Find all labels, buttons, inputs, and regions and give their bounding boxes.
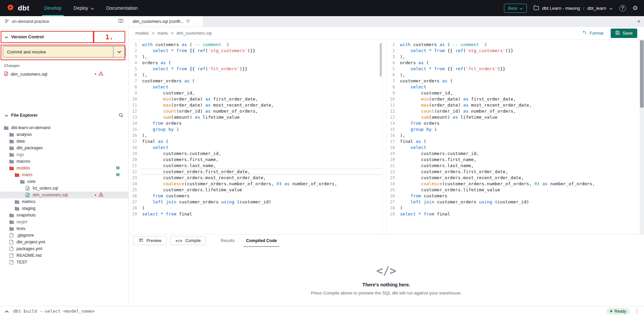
code-line-10[interactable]: 10 min(order_date) as first_order_date,: [386, 96, 640, 102]
tree-item-.gitignore[interactable]: .gitignore: [0, 232, 128, 239]
code-line-6[interactable]: 6),: [129, 72, 382, 78]
code-line-28[interactable]: 28): [386, 205, 640, 211]
docs-book-icon[interactable]: [118, 18, 124, 24]
command-input[interactable]: dbt build --select <model_name>: [13, 309, 95, 314]
tree-item-data[interactable]: data: [0, 138, 128, 145]
tree-item-dim_customers.sql[interactable]: dim_customers.sql•: [0, 192, 128, 198]
code-line-18[interactable]: 18 select: [129, 145, 382, 151]
commit-and-resolve-button[interactable]: Commit and resolve: [3, 46, 126, 57]
code-line-23[interactable]: 23 customer_orders.most_recent_order_dat…: [129, 175, 382, 181]
editor-scrollbar-thumb[interactable]: [640, 40, 644, 108]
code-line-13[interactable]: 13 sum(amount) as lifetime_value: [129, 114, 382, 120]
pane-divider[interactable]: [382, 40, 386, 234]
code-line-16[interactable]: 16),: [129, 132, 382, 139]
tree-item-metrics[interactable]: metrics: [0, 198, 128, 205]
tree-item-fct_orders.sql[interactable]: fct_orders.sql: [0, 185, 128, 192]
code-line-17[interactable]: 17final as (: [386, 139, 640, 145]
code-line-6[interactable]: 6),: [386, 72, 640, 78]
editor-scrollbar-track[interactable]: [640, 40, 644, 234]
nav-item-deploy[interactable]: Deploy: [68, 0, 100, 16]
code-line-21[interactable]: 21 customers.last_name,: [386, 163, 640, 169]
code-line-17[interactable]: 17final as (: [129, 139, 382, 145]
tree-item-models[interactable]: modelsM: [0, 165, 128, 171]
account-switcher[interactable]: dbt Learn - mwong / dbt_learn: [534, 5, 613, 11]
code-line-19[interactable]: 19 customers.customer_id,: [129, 151, 382, 157]
dbt-logo[interactable]: dbt: [0, 3, 38, 13]
search-icon[interactable]: [118, 113, 124, 118]
code-line-5[interactable]: 5 select * from {{ ref('fct_orders')}}: [386, 66, 640, 72]
code-line-12[interactable]: 12 count(order_id) as number_of_orders,: [129, 108, 382, 114]
left-pane-scrollbar[interactable]: [380, 43, 382, 77]
code-line-2[interactable]: 2 select * from {{ ref('stg_customers')}…: [129, 48, 382, 54]
breadcrumb-item[interactable]: dim_customers.sql: [176, 31, 211, 36]
beta-button[interactable]: Beta: [504, 4, 527, 13]
code-line-29[interactable]: 29select * from final: [386, 211, 640, 217]
code-pane-right[interactable]: 1with customers as ( -- comment 22 selec…: [386, 40, 640, 234]
tree-item-README.md[interactable]: README.md: [0, 252, 128, 259]
breadcrumb-item[interactable]: models: [135, 31, 149, 36]
code-line-25[interactable]: 25 customer_orders.lifetime_value: [386, 187, 640, 193]
preview-button[interactable]: Preview: [133, 236, 167, 245]
code-line-22[interactable]: 22 customer_orders.first_order_date,: [129, 169, 382, 175]
tree-item-target[interactable]: target: [0, 219, 128, 225]
breadcrumb-item[interactable]: marts: [158, 31, 168, 36]
tree-item-dbt-learn-on-demand[interactable]: dbt-learn-on-demand: [0, 124, 128, 131]
code-line-24[interactable]: 24 coalesce(customer_orders.number_of_or…: [386, 181, 640, 187]
code-line-9[interactable]: 9 customer_id,: [386, 90, 640, 96]
code-line-3[interactable]: 3),: [386, 54, 640, 60]
code-line-9[interactable]: 9 customer_id,: [129, 90, 382, 96]
code-line-16[interactable]: 16),: [386, 132, 640, 139]
code-line-19[interactable]: 19 customers.customer_id,: [386, 151, 640, 157]
code-line-11[interactable]: 11 max(order_date) as most_recent_order_…: [129, 102, 382, 108]
tab-results[interactable]: Results: [215, 235, 240, 247]
tree-item-dbt_packages[interactable]: dbt_packages: [0, 145, 128, 151]
code-line-14[interactable]: 14 from orders: [386, 120, 640, 126]
code-line-15[interactable]: 15 group by 1: [386, 126, 640, 132]
nav-item-documentation[interactable]: Documentation: [100, 0, 144, 16]
tree-item-tests[interactable]: tests: [0, 225, 128, 232]
code-line-18[interactable]: 18 select: [386, 145, 640, 151]
tree-item-packages.yml[interactable]: packages.yml: [0, 245, 128, 252]
code-line-23[interactable]: 23 customer_orders.most_recent_order_dat…: [386, 175, 640, 181]
code-line-10[interactable]: 10 min(order_date) as first_order_date,: [129, 96, 382, 102]
code-line-28[interactable]: 28): [129, 205, 382, 211]
nav-item-develop[interactable]: Develop: [38, 0, 67, 16]
tree-item-snapshots[interactable]: snapshots: [0, 212, 128, 219]
code-line-5[interactable]: 5 select * from {{ ref('fct_orders')}}: [129, 66, 382, 72]
tree-item-macros[interactable]: macros: [0, 158, 128, 165]
code-line-20[interactable]: 20 customers.first_name,: [386, 157, 640, 163]
tree-item-TEST[interactable]: TEST: [0, 259, 128, 266]
code-line-25[interactable]: 25 customer_orders.lifetime_value: [129, 187, 382, 193]
code-line-12[interactable]: 12 count(order_id) as number_of_orders,: [386, 108, 640, 114]
code-line-2[interactable]: 2 select * from {{ ref('stg_customers')}…: [386, 48, 640, 54]
code-line-11[interactable]: 11 max(order_date) as most_recent_order_…: [386, 102, 640, 108]
code-pane-left[interactable]: 1with customers as ( -- comment 22 selec…: [129, 40, 382, 234]
code-line-26[interactable]: 26 from customers: [129, 193, 382, 199]
code-line-15[interactable]: 15 group by 1: [129, 126, 382, 132]
code-line-4[interactable]: 4orders as (: [129, 60, 382, 66]
tree-item-dbt_project.yml[interactable]: dbt_project.yml: [0, 239, 128, 245]
code-line-8[interactable]: 8 select: [386, 84, 640, 90]
code-line-29[interactable]: 29select * from final: [129, 211, 382, 217]
tree-item-analysis[interactable]: analysis: [0, 131, 128, 138]
code-line-4[interactable]: 4orders as (: [386, 60, 640, 66]
code-line-7[interactable]: 7customer_orders as (: [386, 78, 640, 84]
settings-gear-icon[interactable]: ⚙: [633, 5, 638, 11]
branch-selector[interactable]: on-demand-practice: [0, 16, 128, 27]
code-line-24[interactable]: 24 coalesce(customer_orders.number_of_or…: [129, 181, 382, 187]
new-tab-button[interactable]: +: [637, 16, 641, 27]
help-button[interactable]: ?: [619, 5, 626, 11]
code-line-20[interactable]: 20 customers.first_name,: [129, 157, 382, 163]
tab-compiled-code[interactable]: Compiled Code: [240, 235, 283, 247]
expand-panel-chevron-icon[interactable]: [5, 308, 9, 314]
commit-dropdown-toggle[interactable]: [113, 46, 125, 57]
overflow-menu-icon[interactable]: ⋮: [634, 308, 639, 314]
code-line-26[interactable]: 26 from customers: [386, 193, 640, 199]
code-line-13[interactable]: 13 sum(amount) as lifetime_value: [386, 114, 640, 120]
file-explorer-header[interactable]: File Explorer: [0, 109, 128, 121]
tree-item-staging[interactable]: staging: [0, 205, 128, 212]
save-button[interactable]: Save: [611, 29, 637, 38]
tree-item-core[interactable]: core: [0, 178, 128, 185]
code-line-8[interactable]: 8 select: [129, 84, 382, 90]
code-line-14[interactable]: 14 from orders: [129, 120, 382, 126]
